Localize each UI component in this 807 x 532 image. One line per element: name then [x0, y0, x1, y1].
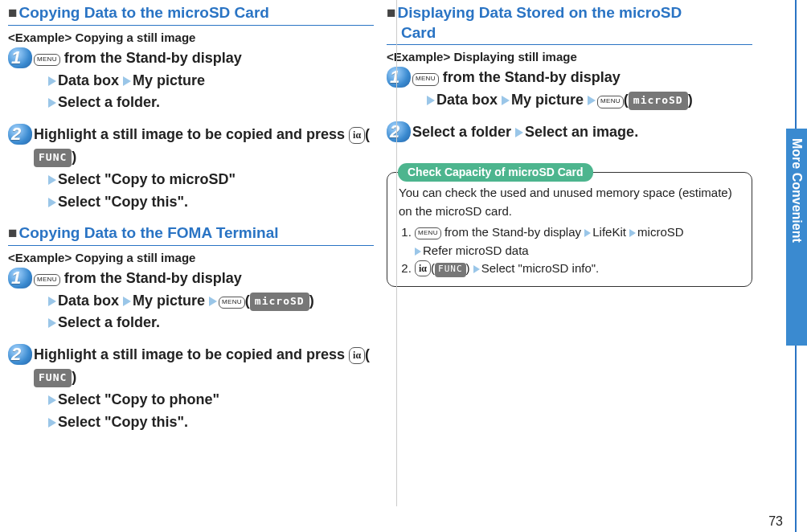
i-alpha-key-icon: iα: [349, 347, 365, 364]
step-body: Select a folder Select an image.: [412, 121, 638, 144]
tip-text: Refer microSD data: [423, 243, 529, 257]
arrow-right-icon: [515, 128, 523, 137]
step-text: Select a folder: [412, 124, 511, 140]
step-body: Highlight a still image to be copied and…: [34, 124, 374, 214]
side-tab-region: More Convenient: [786, 0, 807, 532]
arrow-right-icon: [48, 76, 56, 86]
arrow-right-icon: [48, 318, 56, 328]
step-text: Data box: [436, 92, 498, 108]
menu-key-icon: MENU: [34, 274, 60, 286]
step-1: 1 MENU from the Stand-by display Data bo…: [8, 47, 374, 115]
step-text: Select "Copy to microSD": [58, 171, 236, 187]
step-text: Data box: [58, 72, 119, 88]
i-alpha-key-icon: iα: [349, 127, 365, 144]
step-body: MENU from the Stand-by display Data box …: [412, 67, 693, 112]
step-text: My picture: [511, 92, 584, 108]
left-column: ■Copying Data to the microSD Card <Examp…: [8, 3, 374, 511]
section-title-copy-to-foma: ■Copying Data to the FOMA Terminal: [8, 223, 374, 246]
menu-key-icon: MENU: [412, 73, 439, 85]
arrow-right-icon: [473, 265, 480, 273]
step-2: 2 Select a folder Select an image.: [387, 121, 752, 144]
step-body: MENU from the Stand-by display Data box …: [34, 268, 314, 335]
menu-key-icon: MENU: [597, 96, 624, 108]
menu-key-icon: MENU: [415, 227, 441, 239]
example-label: <Example> Copying a still image: [8, 31, 374, 44]
step-text: My picture: [133, 72, 205, 88]
step-text: from the Stand-by display: [60, 270, 242, 286]
arrow-right-icon: [427, 96, 435, 105]
two-column-layout: ■Copying Data to the microSD Card <Examp…: [0, 0, 807, 514]
square-icon: ■: [387, 4, 395, 21]
step-number-badge: 2: [8, 344, 34, 366]
step-text: Select "Copy this".: [58, 414, 188, 430]
tip-text: from the Stand-by display: [441, 225, 581, 239]
func-softkey-icon: FUNC: [34, 369, 72, 387]
step-number-badge: 1: [8, 268, 34, 290]
step-text: from the Stand-by display: [60, 50, 242, 66]
step-text: Highlight a still image to be copied and…: [34, 126, 349, 142]
step-body: MENU from the Stand-by display Data box …: [34, 47, 242, 115]
arrow-right-icon: [48, 297, 56, 306]
func-softkey-icon: FUNC: [435, 263, 466, 277]
section-title-line2: Card: [387, 23, 436, 43]
tip-text: LifeKit: [592, 225, 626, 239]
column-divider: [396, 0, 397, 506]
step-number-badge: 1: [8, 47, 34, 70]
step-text: Data box: [58, 293, 119, 309]
step-1: 1 MENU from the Stand-by display Data bo…: [387, 67, 752, 112]
arrow-right-icon: [48, 98, 56, 108]
func-softkey-icon: FUNC: [34, 149, 72, 167]
tip-box-body: You can check the used and unused memory…: [387, 172, 752, 287]
section-title-copy-to-sd: ■Copying Data to the microSD Card: [8, 3, 374, 26]
section-title-line1: Displaying Data Stored on the microSD: [397, 4, 682, 21]
section-title-displaying-sd: ■Displaying Data Stored on the microSD C…: [387, 3, 752, 45]
example-label: <Example> Copying a still image: [8, 251, 374, 264]
step-text: My picture: [133, 293, 205, 309]
tip-box-check-capacity: Check Capacity of microSD Card You can c…: [387, 163, 752, 287]
arrow-right-icon: [48, 418, 56, 428]
arrow-right-icon: [629, 229, 636, 237]
square-icon: ■: [8, 224, 17, 241]
tip-text: Select "microSD info".: [481, 261, 600, 275]
step-text: Select a folder.: [58, 94, 160, 110]
step-2: 2 Highlight a still image to be copied a…: [8, 124, 374, 214]
step-number-badge: 2: [387, 121, 412, 144]
microsd-softkey-icon: microSD: [629, 92, 688, 110]
arrow-right-icon: [584, 229, 591, 237]
step-text: Select "Copy to phone": [58, 391, 219, 407]
step-text: from the Stand-by display: [439, 69, 621, 85]
step-number-badge: 2: [8, 124, 34, 146]
menu-key-icon: MENU: [219, 297, 245, 309]
tip-list-item: iα(FUNC) Select "microSD info".: [415, 260, 740, 278]
arrow-right-icon: [123, 297, 131, 306]
tip-title: Check Capacity of microSD Card: [398, 163, 593, 182]
i-alpha-key-icon: iα: [415, 260, 431, 276]
step-number-badge: 1: [387, 67, 412, 89]
tip-body-text: You can check the used and unused memory…: [399, 184, 740, 220]
step-1: 1 MENU from the Stand-by display Data bo…: [8, 268, 374, 335]
step-text: Select "Copy this".: [58, 194, 188, 210]
arrow-right-icon: [123, 76, 131, 86]
step-text: Select an image.: [525, 124, 638, 140]
arrow-right-icon: [48, 198, 56, 207]
arrow-right-icon: [209, 297, 217, 306]
square-icon: ■: [8, 4, 17, 21]
menu-key-icon: MENU: [34, 54, 60, 66]
tip-list-item: MENU from the Stand-by display LifeKit m…: [415, 223, 740, 260]
arrow-right-icon: [502, 96, 510, 105]
side-tab: More Convenient: [786, 129, 807, 346]
step-body: Highlight a still image to be copied and…: [34, 344, 374, 434]
step-text: Select a folder.: [58, 314, 160, 330]
side-tab-label: More Convenient: [789, 138, 804, 243]
page-number: 73: [768, 514, 783, 529]
arrow-right-icon: [415, 248, 421, 256]
example-label: <Example> Displaying still image: [387, 50, 752, 63]
step-text: Highlight a still image to be copied and…: [34, 346, 349, 362]
step-2: 2 Highlight a still image to be copied a…: [8, 344, 374, 434]
microsd-softkey-icon: microSD: [250, 293, 309, 311]
arrow-right-icon: [48, 395, 56, 405]
section-title-text: Copying Data to the microSD Card: [18, 4, 268, 21]
arrow-right-icon: [588, 96, 596, 105]
tip-text: microSD: [637, 225, 684, 239]
right-column: ■Displaying Data Stored on the microSD C…: [387, 3, 752, 511]
